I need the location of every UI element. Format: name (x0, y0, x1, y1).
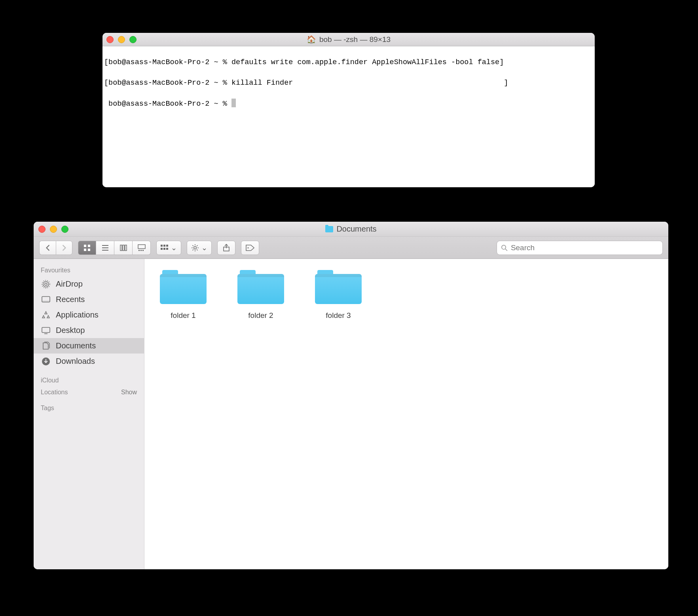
finder-window: Documents ⌄ ⌄ (34, 222, 668, 569)
svg-point-33 (45, 283, 47, 285)
documents-icon (41, 342, 51, 350)
grid-icon (83, 244, 91, 252)
svg-rect-6 (102, 250, 108, 251)
search-field[interactable] (497, 241, 663, 255)
svg-rect-7 (120, 245, 122, 251)
group-by-button[interactable]: ⌄ (156, 241, 181, 255)
close-button[interactable] (106, 36, 114, 43)
terminal-body[interactable]: [bob@asass-MacBook-Pro-2 ~ % defaults wr… (102, 46, 595, 187)
svg-rect-11 (138, 250, 140, 251)
chevron-down-icon: ⌄ (171, 243, 177, 252)
terminal-titlebar[interactable]: 🏠 bob — -zsh — 89×13 (102, 33, 595, 46)
sidebar-item-downloads[interactable]: Downloads (34, 354, 144, 369)
folder-item[interactable]: folder 1 (156, 270, 211, 320)
tag-icon (245, 244, 255, 251)
folder-item[interactable]: folder 3 (311, 270, 366, 320)
svg-rect-18 (163, 248, 165, 250)
svg-rect-16 (166, 245, 168, 247)
finder-traffic-lights (38, 226, 68, 233)
finder-title-text: Documents (336, 224, 376, 234)
sidebar-item-recents[interactable]: Recents (34, 292, 144, 307)
svg-rect-37 (42, 300, 50, 302)
cursor (231, 99, 236, 107)
svg-rect-9 (125, 245, 127, 251)
airdrop-icon (41, 280, 51, 289)
zoom-button[interactable] (61, 226, 68, 233)
close-button[interactable] (38, 226, 46, 233)
svg-rect-1 (88, 245, 90, 247)
desktop-icon (41, 326, 51, 335)
sidebar-item-label: Recents (56, 295, 85, 304)
icon-view-button[interactable] (78, 241, 96, 255)
tags-button[interactable] (241, 241, 259, 255)
sidebar-item-label: Desktop (56, 326, 85, 335)
column-view-button[interactable] (114, 241, 133, 255)
locations-show-button[interactable]: Show (121, 389, 137, 396)
finder-body: Favourites AirDrop Recents Applications … (34, 259, 668, 569)
sidebar-heading-locations-row: Locations Show (34, 386, 144, 398)
forward-button[interactable] (56, 241, 72, 255)
gallery-view-button[interactable] (133, 241, 151, 255)
terminal-window: 🏠 bob — -zsh — 89×13 [bob@asass-MacBook-… (102, 33, 595, 187)
sidebar-item-airdrop[interactable]: AirDrop (34, 276, 144, 292)
sidebar-item-desktop[interactable]: Desktop (34, 323, 144, 338)
svg-rect-8 (123, 245, 124, 251)
sidebar-heading-tags: Tags (34, 402, 144, 414)
zoom-button[interactable] (129, 36, 137, 43)
applications-icon (41, 311, 51, 319)
list-view-button[interactable] (96, 241, 114, 255)
nav-segment (39, 241, 72, 255)
svg-rect-10 (138, 245, 145, 249)
minimize-button[interactable] (50, 226, 57, 233)
svg-rect-12 (140, 250, 142, 251)
search-input[interactable] (511, 243, 658, 252)
finder-titlebar[interactable]: Documents (34, 222, 668, 237)
downloads-icon (41, 357, 51, 366)
terminal-title-text: bob — -zsh — 89×13 (319, 35, 391, 44)
folder-icon (160, 270, 207, 304)
svg-rect-4 (102, 245, 108, 246)
sidebar-item-label: Downloads (56, 357, 95, 366)
svg-line-27 (197, 245, 197, 246)
terminal-line: [bob@asass-MacBook-Pro-2 ~ % defaults wr… (104, 57, 593, 68)
folder-label: folder 1 (171, 311, 195, 320)
minimize-button[interactable] (118, 36, 125, 43)
home-icon: 🏠 (307, 35, 316, 44)
group-icon (161, 245, 169, 251)
folder-icon (315, 270, 362, 304)
svg-rect-0 (84, 245, 86, 247)
sidebar-item-label: Documents (56, 341, 96, 350)
sidebar-item-applications[interactable]: Applications (34, 307, 144, 323)
action-button[interactable]: ⌄ (187, 241, 212, 255)
svg-rect-19 (166, 248, 168, 250)
svg-rect-17 (161, 248, 163, 250)
folder-label: folder 3 (326, 311, 351, 320)
svg-rect-5 (102, 247, 108, 248)
svg-line-32 (505, 249, 507, 251)
svg-point-20 (194, 246, 196, 249)
finder-toolbar: ⌄ ⌄ (34, 237, 668, 259)
search-icon (501, 244, 508, 251)
svg-point-31 (502, 245, 506, 249)
share-button[interactable] (217, 241, 235, 255)
svg-point-30 (248, 247, 249, 248)
svg-line-28 (193, 249, 193, 250)
finder-content[interactable]: folder 1 folder 2 folder 3 (144, 259, 668, 569)
sidebar-heading-icloud: iCloud (34, 375, 144, 386)
back-button[interactable] (39, 241, 56, 255)
svg-point-34 (43, 281, 49, 287)
chevron-down-icon: ⌄ (201, 243, 207, 252)
sidebar-item-documents[interactable]: Documents (34, 338, 144, 354)
share-icon (223, 244, 230, 252)
finder-title: Documents (34, 224, 668, 234)
svg-rect-3 (88, 249, 90, 251)
sidebar-heading-favourites: Favourites (34, 264, 144, 276)
svg-rect-15 (163, 245, 165, 247)
recents-icon (41, 295, 51, 304)
folder-item[interactable]: folder 2 (233, 270, 288, 320)
folder-icon (237, 270, 284, 304)
list-icon (101, 244, 109, 252)
finder-sidebar: Favourites AirDrop Recents Applications … (34, 259, 144, 569)
svg-rect-13 (142, 250, 144, 251)
svg-line-25 (193, 245, 193, 246)
